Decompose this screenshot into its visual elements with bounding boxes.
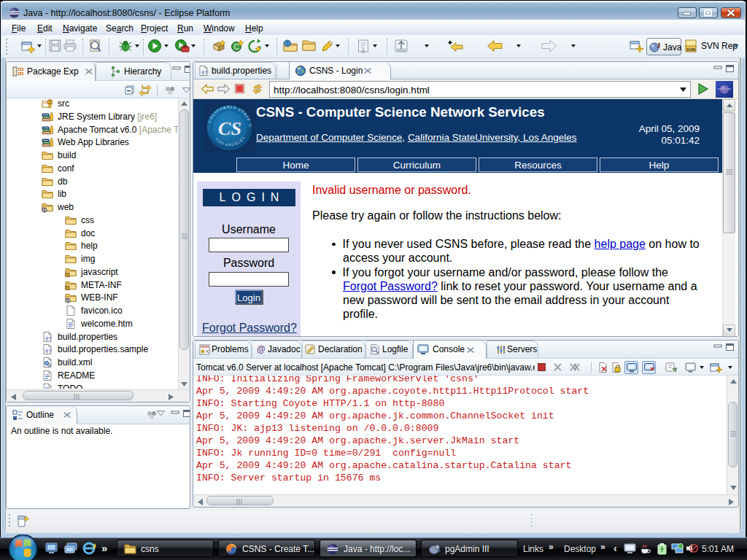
svg-text:CS: CS	[218, 118, 241, 139]
svg-text:C: C	[233, 43, 239, 51]
svg-text:SVN: SVN	[686, 47, 695, 52]
svg-text:J: J	[657, 41, 661, 50]
